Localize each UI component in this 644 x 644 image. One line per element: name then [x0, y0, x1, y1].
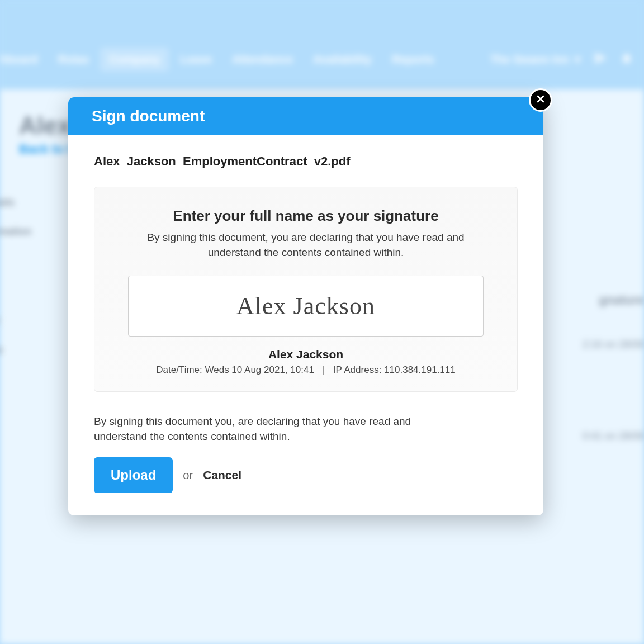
top-navbar: hboard Rotas Company Leave Attendance Av…	[0, 45, 644, 74]
close-icon	[535, 93, 546, 107]
venue-selector[interactable]: The Swann Inn ▾	[490, 53, 580, 66]
modal-title: Sign document	[68, 97, 543, 135]
sidebar-item[interactable]: tails	[0, 197, 15, 209]
nav-item-rotas[interactable]: Rotas	[49, 48, 98, 72]
signature-heading: Enter your full name as your signature	[128, 207, 484, 225]
signature-panel: Enter your full name as your signature B…	[94, 187, 518, 392]
bg-text: 2:16 on 28/08	[583, 339, 644, 351]
nav-item-availability[interactable]: Availability	[304, 48, 381, 72]
nav-item-company[interactable]: Company	[100, 48, 169, 72]
ip-value: 110.384.191.111	[384, 364, 456, 375]
bell-icon[interactable]	[621, 52, 633, 67]
signature-input[interactable]	[128, 276, 484, 337]
nav-item-attendance[interactable]: Attendance	[223, 48, 302, 72]
nav-item-leave[interactable]: Leave	[171, 48, 221, 72]
back-link[interactable]: Back to l	[19, 142, 70, 157]
close-button[interactable]	[529, 88, 552, 112]
sidebar-item[interactable]: le	[0, 344, 3, 356]
send-icon[interactable]	[594, 51, 607, 67]
sign-document-modal: Sign document Alex_Jackson_EmploymentCon…	[68, 97, 543, 515]
disclaimer-text: By signing this document you, are declar…	[94, 414, 452, 444]
document-filename: Alex_Jackson_EmploymentContract_v2.pdf	[94, 154, 518, 169]
ip-label: IP Address:	[333, 364, 382, 375]
confirmed-name: Alex Jackson	[128, 348, 484, 361]
nav-item-dashboard[interactable]: hboard	[0, 48, 47, 72]
cancel-button[interactable]: Cancel	[203, 468, 242, 482]
venue-name: The Swann Inn	[490, 53, 569, 66]
or-label: or	[183, 469, 193, 482]
nav-items: hboard Rotas Company Leave Attendance Av…	[0, 48, 443, 72]
modal-actions: Upload or Cancel	[94, 457, 518, 493]
datetime-value: Weds 10 Aug 2021, 10:41	[205, 364, 314, 375]
signature-subtext: By signing this document, you are declar…	[128, 230, 484, 260]
bg-text: gnature	[599, 293, 644, 307]
upload-button[interactable]: Upload	[94, 457, 173, 493]
datetime-label: Date/Time:	[156, 364, 202, 375]
nav-item-reports[interactable]: Reports	[383, 48, 443, 72]
meta-separator: |	[323, 364, 325, 375]
chevron-down-icon: ▾	[575, 53, 580, 66]
sidebar-item[interactable]: rmation	[0, 226, 31, 238]
signature-meta: Date/Time: Weds 10 Aug 2021, 10:41 | IP …	[128, 364, 484, 376]
bg-text: 0:41 on 28/08	[583, 430, 644, 442]
